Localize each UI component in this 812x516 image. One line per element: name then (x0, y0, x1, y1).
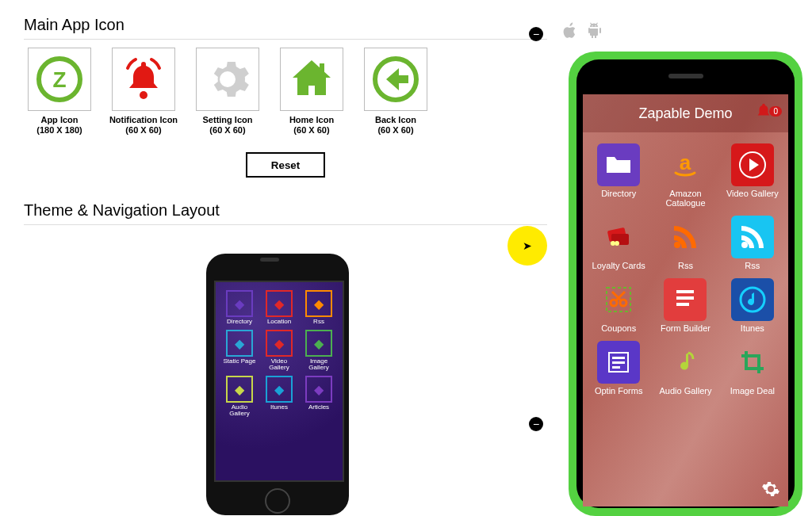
cursor-highlight: ➤ (508, 226, 547, 266)
preview-app-rss[interactable]: Rss (722, 216, 783, 270)
preview-app-video-gallery[interactable]: Video Gallery (722, 143, 783, 208)
settings-icon-label: Setting Icon(60 X 60) (203, 115, 253, 135)
svg-rect-17 (676, 296, 694, 300)
preview-app-form-builder[interactable]: Form Builder (654, 278, 716, 333)
live-preview-phone: Zapable Demo 0 DirectoryaAmazon Catalogu… (569, 52, 802, 516)
section-title-main: Main App Icon (24, 16, 547, 34)
svg-rect-16 (676, 290, 694, 293)
collapse-theme-section[interactable]: − (529, 417, 543, 431)
mini-app-static-page[interactable]: ◆Static Page (222, 330, 257, 371)
svg-text:a: a (680, 151, 691, 174)
preview-app-coupons[interactable]: Coupons (588, 278, 649, 333)
settings-icon-slot[interactable] (196, 48, 259, 111)
svg-text:Z: Z (52, 67, 66, 92)
svg-point-11 (674, 242, 680, 248)
home-icon-label: Home Icon(60 X 60) (289, 115, 334, 135)
svg-point-10 (615, 241, 619, 246)
preview-app-loyalty-cards[interactable]: Loyalty Cards (588, 216, 649, 270)
mini-home-button (265, 488, 290, 514)
svg-rect-3 (320, 63, 324, 73)
collapse-main-section[interactable]: − (529, 27, 543, 41)
mini-app-rss[interactable]: ◆Rss (301, 290, 336, 325)
mini-app-location[interactable]: ◆Location (262, 290, 297, 325)
notification-icon-label: Notification Icon(60 X 60) (109, 115, 178, 135)
back-icon-slot[interactable] (364, 48, 427, 111)
notification-indicator[interactable]: 0 (755, 102, 782, 120)
preview-app-itunes[interactable]: Itunes (722, 278, 783, 333)
os-icons (563, 22, 601, 40)
app-preview-title: Zapable Demo (638, 105, 732, 122)
app-icon-slot[interactable]: Z (28, 48, 91, 111)
mini-app-video-gallery[interactable]: ◆Video Gallery (262, 330, 297, 371)
home-icon-slot[interactable] (280, 48, 343, 111)
section-title-theme: Theme & Navigation Layout (24, 201, 547, 220)
preview-app-audio-gallery[interactable]: Audio Gallery (654, 341, 716, 396)
preview-app-directory[interactable]: Directory (588, 143, 649, 208)
app-icon-label: App Icon(180 X 180) (36, 115, 82, 135)
mini-app-image-gallery[interactable]: ◆Image Gallery (301, 330, 336, 371)
preview-app-rss[interactable]: Rss (654, 216, 716, 270)
svg-rect-23 (612, 366, 620, 369)
svg-point-12 (741, 242, 748, 248)
svg-rect-21 (612, 357, 625, 359)
mini-app-audio-gallery[interactable]: ◆Audio Gallery (222, 376, 257, 417)
notification-icon-slot[interactable] (112, 48, 175, 111)
mini-app-articles[interactable]: ◆Articles (301, 376, 336, 417)
notif-count: 0 (769, 106, 782, 117)
preview-app-optin-forms[interactable]: Optin Forms (588, 341, 649, 396)
theme-preview-phone[interactable]: ◆Directory◆Location◆Rss◆Static Page◆Vide… (206, 254, 349, 515)
apple-icon (563, 22, 577, 40)
preview-app-image-deal[interactable]: Image Deal (722, 341, 783, 396)
svg-point-2 (140, 91, 147, 99)
android-icon (587, 22, 601, 40)
mini-app-directory[interactable]: ◆Directory (222, 290, 257, 325)
svg-rect-18 (676, 303, 689, 306)
preview-app-amazon-catalogue[interactable]: aAmazon Catalogue (654, 143, 716, 208)
back-icon-label: Back Icon(60 X 60) (375, 115, 416, 135)
reset-button[interactable]: Reset (246, 152, 325, 178)
svg-rect-22 (612, 361, 625, 364)
mini-app-itunes[interactable]: ◆Itunes (262, 376, 297, 417)
gear-icon[interactable] (761, 480, 780, 499)
